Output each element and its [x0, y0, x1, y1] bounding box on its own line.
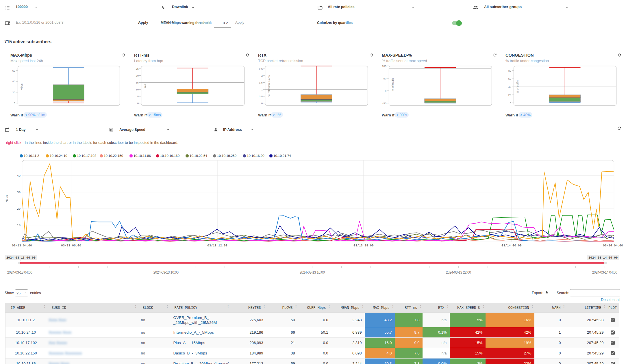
svg-text:10: 10: [17, 224, 21, 227]
svg-text:03/13 04:00: 03/13 04:00: [12, 244, 32, 247]
svg-text:03/13 06:00: 03/13 06:00: [61, 244, 81, 247]
svg-text:03/13 18:00: 03/13 18:00: [353, 244, 373, 247]
svg-text:03/13 12:00: 03/13 12:00: [207, 244, 227, 247]
svg-text:Mbps: Mbps: [5, 195, 9, 202]
svg-text:20: 20: [17, 207, 21, 211]
svg-text:30: 30: [17, 191, 21, 194]
svg-text:03/14 00:00: 03/14 00:00: [501, 244, 521, 247]
svg-text:40: 40: [17, 174, 21, 178]
svg-text:03/14 04:00: 03/14 04:00: [603, 244, 623, 247]
